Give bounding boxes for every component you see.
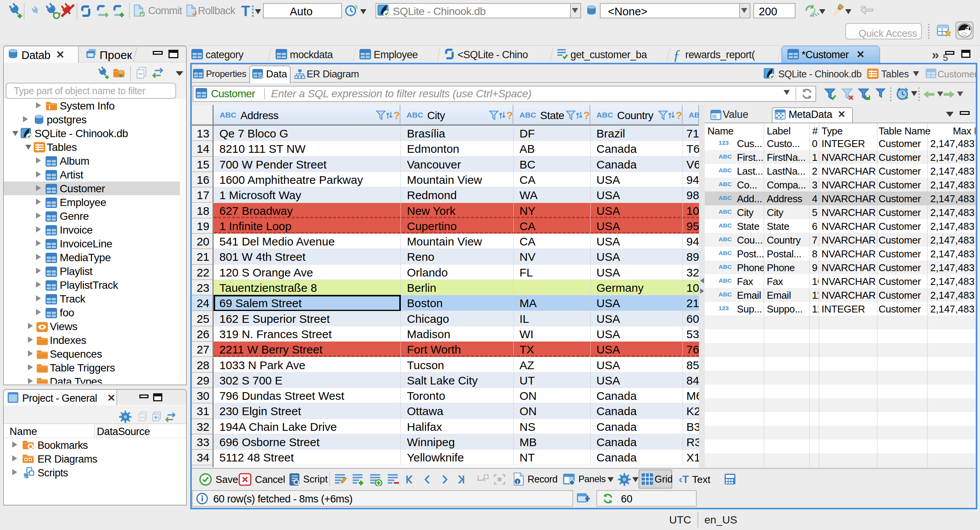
svg-text:i: i — [517, 479, 518, 485]
svg-text:<>: <> — [258, 74, 263, 79]
svg-text:i: i — [49, 103, 51, 111]
